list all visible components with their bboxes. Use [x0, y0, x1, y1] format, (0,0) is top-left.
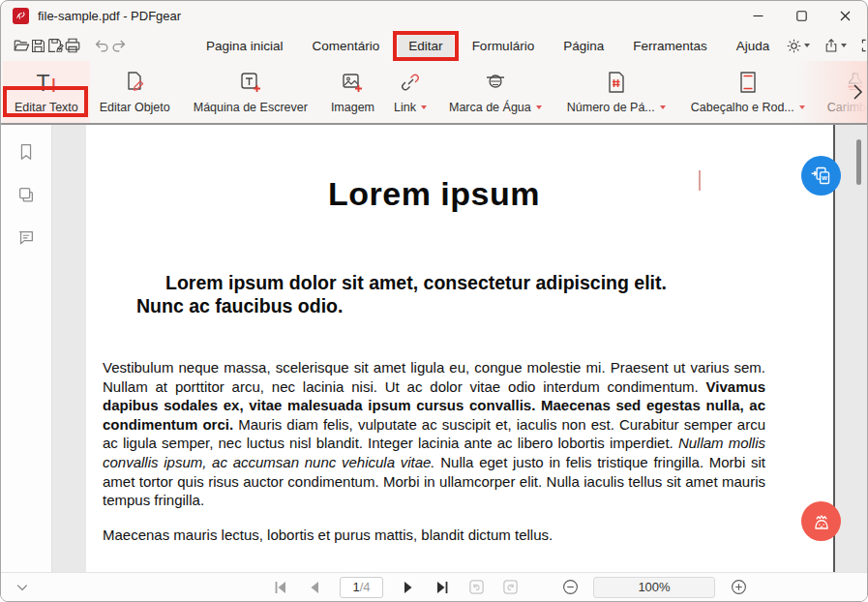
redo-icon[interactable]	[110, 34, 128, 57]
tool-editar-objeto[interactable]: Editar Objeto	[90, 61, 180, 123]
menu-tabs: Pagina inicial Comentário Editar Formulá…	[192, 35, 784, 57]
watermark-icon	[483, 67, 508, 95]
tab-label: Formulário	[472, 39, 535, 53]
save-as-icon[interactable]	[46, 34, 64, 57]
tab-pagina-inicial[interactable]: Pagina inicial	[195, 35, 294, 57]
pdfgear-window: file-sample.pdf - PDFgear	[0, 0, 868, 602]
tab-label: Ajuda	[736, 39, 770, 53]
pdfgear-logo-icon	[13, 8, 29, 24]
tool-label: Máquina de Escrever	[194, 101, 308, 114]
tab-label: Página	[563, 39, 604, 53]
current-page: 1	[352, 580, 359, 594]
tool-label: Link	[394, 101, 416, 114]
tool-marca-de-agua[interactable]: Marca de Água	[436, 61, 554, 123]
tool-editar-texto[interactable]: TI Editar Texto	[3, 61, 90, 123]
ai-assistant-button[interactable]	[801, 501, 841, 541]
pdf-page[interactable]: Lorem ipsum Lorem ipsum dolor sit amet, …	[86, 125, 835, 572]
zoom-in-button[interactable]	[730, 579, 747, 596]
open-file-icon[interactable]	[13, 34, 30, 57]
theme-icon	[786, 38, 802, 54]
tool-label: Editar Texto	[15, 101, 78, 114]
dropdown-caret-icon	[799, 105, 805, 109]
tool-maquina-de-escrever[interactable]: Máquina de Escrever	[180, 61, 321, 123]
undo-icon[interactable]	[93, 34, 110, 57]
fullscreen-icon	[860, 38, 868, 53]
tool-numero-de-pagina[interactable]: Número de Pá...	[554, 61, 678, 123]
page-number-icon	[604, 67, 629, 95]
rotate-right-button[interactable]	[501, 579, 519, 596]
tab-ferramentas[interactable]: Ferramentas	[622, 35, 718, 57]
tool-label: Cabeçalho e Rod...	[691, 101, 794, 114]
maximize-button[interactable]	[780, 1, 823, 30]
convert-to-word-icon: W	[809, 164, 833, 188]
chevron-down-icon	[804, 44, 810, 47]
window-title: file-sample.pdf - PDFgear	[38, 9, 181, 23]
titlebar: file-sample.pdf - PDFgear	[1, 1, 867, 30]
share-icon	[823, 38, 839, 53]
document-canvas[interactable]: Lorem ipsum Lorem ipsum dolor sit amet, …	[52, 125, 867, 572]
minimize-button[interactable]	[736, 1, 780, 30]
content-area: Lorem ipsum Lorem ipsum dolor sit amet, …	[1, 125, 867, 572]
tool-label: Número de Pá...	[567, 101, 655, 114]
theme-button[interactable]	[784, 36, 812, 56]
document-title: Lorem ipsum	[103, 175, 765, 213]
thumbnails-icon[interactable]	[15, 183, 38, 206]
dropdown-caret-icon	[536, 105, 542, 109]
edit-text-icon: TI	[36, 67, 56, 95]
print-icon[interactable]	[64, 34, 81, 57]
tab-label: Comentário	[313, 39, 380, 53]
bookmark-icon[interactable]	[15, 140, 38, 164]
last-page-button[interactable]	[434, 579, 451, 596]
window-controls	[736, 1, 867, 30]
tab-pagina[interactable]: Página	[553, 35, 614, 57]
ribbon-scroll-right-button[interactable]	[851, 82, 865, 105]
zoom-out-button[interactable]	[561, 579, 579, 596]
document-paragraph: Maecenas mauris lectus, lobortis et puru…	[103, 526, 765, 545]
chevron-down-icon	[841, 44, 847, 47]
share-button[interactable]	[822, 36, 849, 55]
total-pages: /4	[360, 580, 371, 594]
vertical-scrollbar-thumb[interactable]	[856, 139, 861, 185]
header-footer-icon	[735, 67, 761, 95]
tab-editar[interactable]: Editar	[398, 35, 453, 57]
tool-label: Marca de Água	[449, 101, 531, 114]
rotate-left-button[interactable]	[467, 579, 485, 596]
save-icon[interactable]	[30, 34, 46, 57]
previous-page-button[interactable]	[306, 579, 323, 596]
svg-text:W: W	[822, 174, 827, 181]
link-icon	[398, 67, 423, 95]
tab-ajuda[interactable]: Ajuda	[726, 35, 781, 57]
status-bar: 1/4 100%	[1, 572, 867, 601]
page-navigation: 1/4	[272, 577, 519, 598]
chevron-down-icon	[15, 580, 30, 595]
tool-cabecalho-e-rodape[interactable]: Cabeçalho e Rod...	[678, 61, 818, 123]
tab-label: Editar	[408, 39, 442, 53]
collapse-panel-button[interactable]	[15, 580, 30, 595]
tool-imagem[interactable]: Imagem	[321, 61, 384, 123]
edit-object-icon	[122, 67, 147, 95]
tab-label: Ferramentas	[633, 39, 707, 53]
zoom-controls: 100%	[561, 577, 747, 598]
text-edit-caret	[699, 170, 701, 191]
document-paragraph: Vestibulum neque massa, scelerisque sit …	[103, 358, 765, 510]
zoom-level-display[interactable]: 100%	[593, 577, 715, 598]
next-page-button[interactable]	[400, 579, 417, 596]
close-button[interactable]	[823, 1, 867, 30]
left-panel	[1, 125, 52, 572]
first-page-button[interactable]	[272, 579, 289, 596]
dropdown-caret-icon	[421, 105, 427, 109]
image-icon	[340, 67, 365, 95]
menubar: Pagina inicial Comentário Editar Formulá…	[1, 30, 867, 61]
tab-comentario[interactable]: Comentário	[302, 35, 391, 57]
tool-link[interactable]: Link	[384, 61, 436, 123]
menubar-right-icons	[784, 36, 868, 56]
page-number-input[interactable]: 1/4	[340, 577, 383, 598]
comments-icon[interactable]	[15, 226, 38, 249]
fullscreen-button[interactable]	[858, 36, 868, 55]
tool-label: Imagem	[331, 101, 374, 114]
convert-to-word-button[interactable]: W	[801, 156, 841, 196]
dropdown-caret-icon	[660, 105, 666, 109]
tab-formulario[interactable]: Formulário	[462, 35, 546, 57]
tab-label: Pagina inicial	[206, 39, 284, 53]
document-subtitle: Lorem ipsum dolor sit amet, consectetur …	[136, 271, 683, 317]
